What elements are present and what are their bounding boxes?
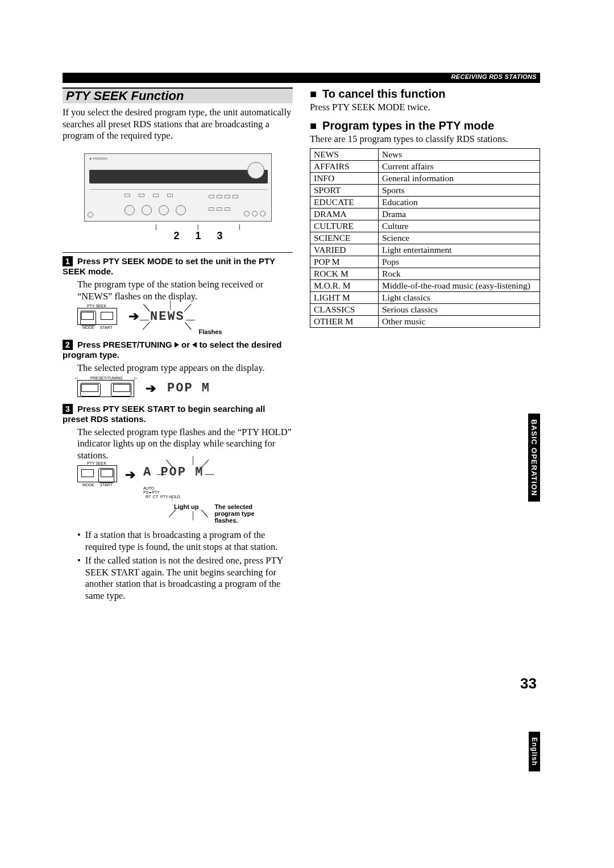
table-row: NEWSNews — [310, 149, 540, 161]
step-2-number: 2 — [63, 340, 73, 350]
pty-code: VARIED — [310, 244, 379, 256]
callout-2: 2 — [173, 230, 195, 241]
intro-paragraph: If you select the desired program type, … — [63, 107, 293, 142]
step-1-body: The program type of the station being re… — [77, 279, 293, 302]
cancel-body: Press PTY SEEK MODE twice. — [310, 102, 540, 114]
step-1-head: Press PTY SEEK MODE to set the unit in t… — [63, 256, 275, 276]
table-row: INFOGeneral information — [310, 173, 540, 185]
bullet-text: If the called station is not the desired… — [85, 555, 293, 602]
table-row: LIGHT MLight classics — [310, 292, 540, 304]
pty-desc: Pops — [379, 256, 540, 268]
table-row: SCIENCEScience — [310, 232, 540, 244]
pty-desc: Light entertainment — [379, 244, 540, 256]
lcd-apopm: ＼ | ／ — — ／ | ＼ A POP M AUTO PS ▸PTY RT … — [143, 465, 204, 502]
step-3-number: 3 — [63, 404, 73, 414]
bullet-list: • If a station that is broadcasting a pr… — [77, 529, 293, 602]
pty-code: POP M — [310, 256, 379, 268]
pty-desc: Current affairs — [379, 161, 540, 173]
separator — [63, 252, 293, 253]
bullet-item: • If a station that is broadcasting a pr… — [77, 529, 293, 553]
table-row: CULTURECulture — [310, 220, 540, 232]
pty-code: NEWS — [310, 149, 379, 161]
section-title-bar: PTY SEEK Function — [63, 87, 293, 103]
section-title: PTY SEEK Function — [66, 89, 184, 103]
side-tab-english: English — [529, 732, 540, 771]
table-row: OTHER MOther music — [310, 316, 540, 328]
pty-code: SPORT — [310, 185, 379, 197]
table-row: M.O.R. MMiddle-of-the-road music (easy-l… — [310, 280, 540, 292]
bullet-item: • If the called station is not the desir… — [77, 555, 293, 602]
pty-heading: ■ Program types in the PTY mode — [310, 119, 540, 132]
step-1-diagram: PTY SEEK MODE START ➔ ＼ | ／ — — ／ — [77, 308, 293, 325]
pty-desc: Drama — [379, 208, 540, 220]
pty-code: M.O.R. M — [310, 280, 379, 292]
step-2-diagram: PRESET/TUNING ◁ ▷ ➔ POP M — [77, 380, 293, 397]
arrow-icon: ➔ — [128, 309, 139, 324]
lcd-popm: POP M — [167, 381, 210, 395]
pty-desc: Education — [379, 197, 540, 208]
pty-table: NEWSNewsAFFAIRSCurrent affairsINFOGenera… — [310, 148, 540, 328]
pty-code: ROCK M — [310, 268, 379, 280]
pty-desc: Other music — [379, 316, 540, 328]
table-row: DRAMADrama — [310, 208, 540, 220]
step-1: 1 Press PTY SEEK MODE to set the unit in… — [63, 256, 293, 277]
pty-desc: Middle-of-the-road music (easy-listening… — [379, 280, 540, 292]
side-tab-basic: BASIC OPERATION — [528, 414, 540, 502]
pty-desc: Science — [379, 232, 540, 244]
receiver-illustration: ◈ YAMAHA — [84, 153, 272, 222]
table-row: AFFAIRSCurrent affairs — [310, 161, 540, 173]
pty-code: EDUCATE — [310, 197, 379, 208]
header-breadcrumb: RECEIVING RDS STATIONS — [451, 73, 537, 80]
pty-code: OTHER M — [310, 316, 379, 328]
triangle-right-icon — [175, 342, 179, 348]
step-3-body: The selected program type flashes and th… — [77, 427, 293, 462]
pty-desc: Culture — [379, 220, 540, 232]
pty-desc: Rock — [379, 268, 540, 280]
pty-code: LIGHT M — [310, 292, 379, 304]
cancel-heading: ■ To cancel this function — [310, 87, 540, 101]
lcd-news: ＼ | ／ — — ／ ＼ NEWS — [150, 310, 185, 324]
pty-code: SCIENCE — [310, 232, 379, 244]
pty-desc: Sports — [379, 185, 540, 197]
step-3: 3 Press PTY SEEK START to begin searchin… — [63, 404, 293, 424]
callout-1: 1 — [195, 230, 217, 241]
step-2: 2 Press PRESET/TUNING or to select the d… — [63, 340, 293, 360]
square-bullet-icon: ■ — [310, 87, 317, 101]
table-row: CLASSICSSerious classics — [310, 304, 540, 316]
right-column: ■ To cancel this function Press PTY SEEK… — [310, 87, 540, 604]
preset-tuning-buttons-icon: PRESET/TUNING ◁ ▷ — [77, 380, 134, 397]
header-bar: RECEIVING RDS STATIONS — [63, 73, 540, 83]
table-row: SPORTSports — [310, 185, 540, 197]
step-3-diagram: PTY SEEK MODE START ➔ ＼ | ／ — — [77, 465, 293, 524]
page-content: RECEIVING RDS STATIONS PTY SEEK Function… — [63, 73, 540, 604]
step-2-head: Press PRESET/TUNING or to select the des… — [63, 340, 281, 360]
callout-3: 3 — [217, 230, 239, 241]
pty-desc: Serious classics — [379, 304, 540, 316]
pty-code: DRAMA — [310, 208, 379, 220]
table-row: VARIEDLight entertainment — [310, 244, 540, 256]
square-bullet-icon: ■ — [310, 119, 317, 132]
pty-seek-buttons-icon: PTY SEEK MODE START — [77, 465, 117, 482]
pty-desc: General information — [379, 173, 540, 185]
flashes-label: The selected program type flashes. — [214, 503, 277, 524]
callout-numbers: 213 — [63, 230, 293, 242]
pty-code: AFFAIRS — [310, 161, 379, 173]
pty-intro: There are 15 program types to classify R… — [310, 133, 540, 145]
page-number: 33 — [520, 675, 537, 692]
step-3-head: Press PTY SEEK START to begin searching … — [63, 404, 265, 424]
table-row: ROCK MRock — [310, 268, 540, 280]
pty-desc: Light classics — [379, 292, 540, 304]
step-1-number: 1 — [63, 256, 73, 266]
lightup-label: Light up — [174, 503, 198, 524]
pty-seek-buttons-icon: PTY SEEK MODE START — [77, 308, 117, 325]
pty-code: INFO — [310, 173, 379, 185]
table-row: POP MPops — [310, 256, 540, 268]
left-column: PTY SEEK Function If you select the desi… — [63, 87, 293, 604]
step-2-body: The selected program type appears on the… — [77, 362, 293, 374]
pty-code: CLASSICS — [310, 304, 379, 316]
arrow-icon: ➔ — [146, 381, 156, 396]
bullet-text: If a station that is broadcasting a prog… — [85, 529, 293, 553]
pty-code: CULTURE — [310, 220, 379, 232]
table-row: EDUCATEEducation — [310, 197, 540, 208]
arrow-icon: ➔ — [125, 468, 135, 482]
